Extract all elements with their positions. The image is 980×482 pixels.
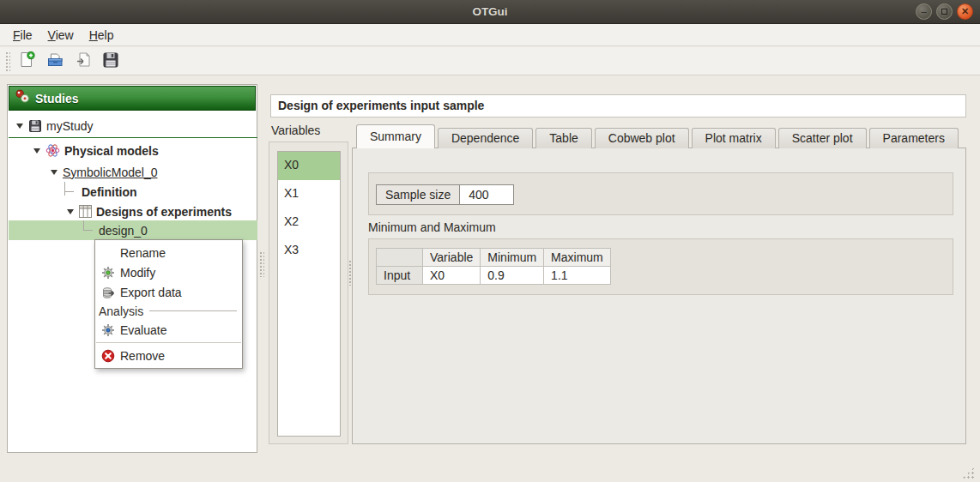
tree-item-symbolicmodel-0[interactable]: SymbolicModel_0 bbox=[51, 162, 158, 182]
variable-item-x2[interactable]: X2 bbox=[278, 208, 340, 237]
menu-item-label: Export data bbox=[120, 286, 182, 299]
new-study-button[interactable] bbox=[14, 50, 39, 73]
window-resize-grip[interactable] bbox=[962, 467, 975, 479]
studies-header-label: Studies bbox=[35, 92, 79, 105]
tree-item-label: Definition bbox=[82, 185, 137, 199]
doe-title-box: Design of experiments input sample bbox=[270, 94, 966, 117]
table-grid-icon bbox=[79, 205, 92, 218]
context-menu-item-export-data[interactable]: Export data bbox=[95, 282, 242, 302]
tab-parameters[interactable]: Parameters bbox=[869, 128, 959, 148]
tree-item-designs-of-experiments[interactable]: Designs of experiments bbox=[67, 202, 232, 221]
column-header-minimum: Minimum bbox=[481, 249, 544, 267]
sample-size-groupbox: Sample size 400 bbox=[368, 172, 953, 215]
column-header-variable: Variable bbox=[423, 249, 481, 267]
window-title: OTGui bbox=[0, 0, 980, 24]
context-menu-item-modify[interactable]: Modify bbox=[95, 262, 242, 282]
cell-maximum: 1.1 bbox=[544, 267, 611, 285]
menubar: File View Help bbox=[0, 24, 980, 46]
tabbar: Summary Dependence Table Cobweb plot Plo… bbox=[356, 124, 959, 148]
variables-panel: X0 X1 X2 X3 bbox=[269, 142, 348, 444]
import-script-button[interactable] bbox=[70, 50, 96, 73]
cell-variable: X0 bbox=[423, 267, 481, 285]
minmax-table: Variable Minimum Maximum Input X0 0.9 1.… bbox=[376, 248, 611, 285]
empty-icon-slot bbox=[100, 245, 115, 260]
tree-item-label: Physical models bbox=[64, 144, 159, 158]
tree-item-design-0[interactable]: design_0 bbox=[9, 220, 257, 240]
expand-arrow-icon[interactable] bbox=[51, 170, 57, 175]
context-menu-section-analysis: Analysis bbox=[95, 302, 242, 320]
tab-cobweb-plot[interactable]: Cobweb plot bbox=[595, 128, 689, 148]
section-line bbox=[149, 310, 237, 311]
tree-item-mystudy[interactable]: myStudy bbox=[16, 116, 93, 136]
maximize-button[interactable] bbox=[936, 3, 953, 20]
save-study-button[interactable] bbox=[98, 50, 124, 73]
minmax-groupbox: Variable Minimum Maximum Input X0 0.9 1.… bbox=[368, 238, 953, 295]
variable-item-x0[interactable]: X0 bbox=[278, 152, 340, 180]
variables-label: Variables bbox=[271, 124, 320, 137]
column-header-maximum: Maximum bbox=[544, 249, 611, 267]
save-study-icon bbox=[102, 51, 119, 72]
expand-arrow-icon[interactable] bbox=[67, 209, 74, 214]
menu-help[interactable]: Help bbox=[82, 26, 122, 45]
summary-tab-panel: Sample size 400 Minimum and Maximum Vari… bbox=[352, 148, 966, 444]
remove-icon bbox=[100, 348, 115, 363]
titlebar[interactable]: OTGui – ✕ bbox=[0, 0, 980, 24]
menu-item-label: Modify bbox=[120, 266, 155, 280]
toolbar-drag-handle[interactable] bbox=[5, 51, 10, 71]
otgui-window: OTGui – ✕ File View Help bbox=[0, 0, 980, 482]
row-header-input: Input bbox=[377, 267, 423, 285]
context-menu-item-evaluate[interactable]: Evaluate bbox=[95, 320, 242, 340]
tab-summary[interactable]: Summary bbox=[356, 124, 435, 148]
menu-item-label: Remove bbox=[120, 349, 165, 363]
sample-size-value: 400 bbox=[460, 185, 513, 204]
sample-size-widget: Sample size 400 bbox=[376, 184, 514, 205]
open-study-button[interactable] bbox=[42, 50, 68, 73]
atom-icon bbox=[45, 143, 60, 158]
studies-panel-header: Studies bbox=[9, 86, 256, 111]
close-icon: ✕ bbox=[961, 7, 969, 16]
tree-connector bbox=[83, 220, 95, 232]
variable-item-x1[interactable]: X1 bbox=[278, 180, 340, 208]
corner-cell bbox=[377, 249, 423, 267]
open-study-icon bbox=[46, 51, 64, 72]
close-button[interactable]: ✕ bbox=[957, 3, 973, 20]
toolbar bbox=[0, 47, 980, 75]
tree-item-definition[interactable]: Definition bbox=[82, 182, 137, 202]
minmax-data-row: Input X0 0.9 1.1 bbox=[377, 267, 611, 285]
menu-separator bbox=[96, 342, 241, 343]
minimize-icon: – bbox=[921, 7, 926, 16]
tab-scatter-plot[interactable]: Scatter plot bbox=[778, 128, 867, 148]
context-menu: Rename Modify bbox=[94, 239, 243, 369]
expand-arrow-icon[interactable] bbox=[33, 148, 40, 154]
variables-list: X0 X1 X2 X3 bbox=[277, 151, 341, 437]
sample-size-label: Sample size bbox=[377, 185, 460, 204]
minimize-button[interactable]: – bbox=[916, 3, 932, 20]
tree-item-physical-models[interactable]: Physical models bbox=[33, 141, 159, 160]
context-menu-item-rename[interactable]: Rename bbox=[95, 243, 242, 262]
tree-item-label: design_0 bbox=[99, 224, 148, 238]
variable-item-x3[interactable]: X3 bbox=[278, 237, 340, 265]
tab-plot-matrix[interactable]: Plot matrix bbox=[692, 128, 776, 148]
study-underline bbox=[9, 137, 257, 138]
section-label: Analysis bbox=[99, 304, 143, 318]
export-data-icon bbox=[100, 285, 115, 299]
menu-item-label: Rename bbox=[120, 246, 166, 260]
tree-item-label: myStudy bbox=[46, 119, 93, 133]
splitter-handle-left[interactable] bbox=[259, 251, 264, 277]
tab-dependence[interactable]: Dependence bbox=[438, 128, 533, 148]
context-menu-item-remove[interactable]: Remove bbox=[95, 346, 242, 365]
floppy-icon bbox=[28, 119, 42, 133]
gear-blue-icon bbox=[100, 322, 115, 337]
import-script-icon bbox=[75, 51, 93, 72]
expand-arrow-icon[interactable] bbox=[16, 124, 23, 129]
menu-file[interactable]: File bbox=[5, 26, 40, 45]
tree-item-label: SymbolicModel_0 bbox=[63, 166, 158, 179]
menu-view[interactable]: View bbox=[40, 26, 82, 45]
tree-item-label: Designs of experiments bbox=[96, 205, 232, 219]
minmax-header-row: Variable Minimum Maximum bbox=[377, 249, 611, 267]
minmax-title: Minimum and Maximum bbox=[368, 220, 496, 234]
maximize-icon bbox=[941, 9, 947, 15]
menu-item-label: Evaluate bbox=[120, 323, 166, 337]
tab-table[interactable]: Table bbox=[535, 128, 591, 148]
gear-green-icon bbox=[100, 265, 115, 280]
